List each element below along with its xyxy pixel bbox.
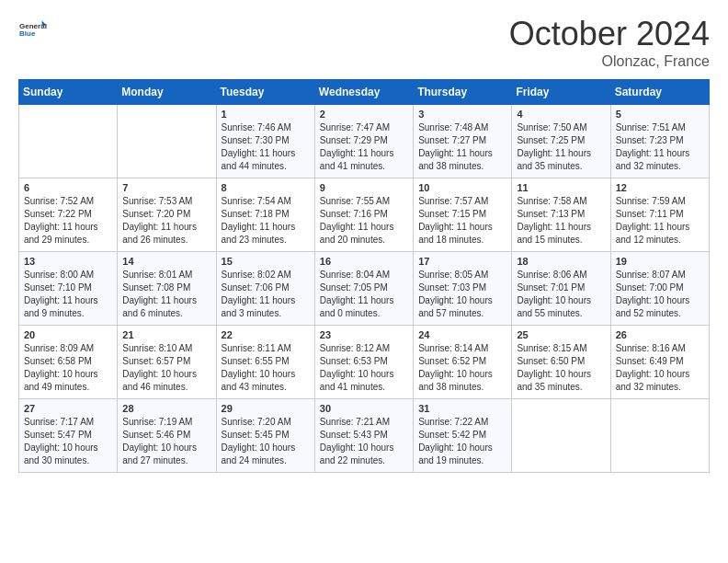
calendar-day-cell: 26Sunrise: 8:16 AM Sunset: 6:49 PM Dayli… xyxy=(610,326,709,399)
logo-svg: General Blue xyxy=(18,15,48,44)
calendar-week-row: 20Sunrise: 8:09 AM Sunset: 6:58 PM Dayli… xyxy=(19,326,710,399)
calendar-day-cell: 20Sunrise: 8:09 AM Sunset: 6:58 PM Dayli… xyxy=(19,326,118,399)
day-number: 6 xyxy=(24,182,112,193)
day-info: Sunrise: 8:05 AM Sunset: 7:03 PM Dayligh… xyxy=(418,269,506,320)
calendar-day-cell: 21Sunrise: 8:10 AM Sunset: 6:57 PM Dayli… xyxy=(118,326,216,399)
day-info: Sunrise: 7:57 AM Sunset: 7:15 PM Dayligh… xyxy=(418,195,506,247)
calendar-day-cell: 14Sunrise: 8:01 AM Sunset: 7:08 PM Dayli… xyxy=(118,252,216,326)
weekday-header: Sunday xyxy=(19,80,118,105)
day-info: Sunrise: 8:06 AM Sunset: 7:01 PM Dayligh… xyxy=(517,269,605,320)
day-info: Sunrise: 8:14 AM Sunset: 6:52 PM Dayligh… xyxy=(418,342,506,394)
day-info: Sunrise: 7:20 AM Sunset: 5:45 PM Dayligh… xyxy=(222,416,310,467)
calendar-day-cell: 1Sunrise: 7:46 AM Sunset: 7:30 PM Daylig… xyxy=(216,105,314,178)
day-number: 24 xyxy=(418,329,506,340)
day-number: 4 xyxy=(517,109,605,120)
day-info: Sunrise: 8:16 AM Sunset: 6:49 PM Dayligh… xyxy=(616,342,704,394)
day-number: 25 xyxy=(517,329,605,340)
svg-text:Blue: Blue xyxy=(19,29,36,38)
day-number: 22 xyxy=(222,329,310,340)
day-info: Sunrise: 8:09 AM Sunset: 6:58 PM Dayligh… xyxy=(24,342,112,394)
calendar-table: SundayMondayTuesdayWednesdayThursdayFrid… xyxy=(18,79,710,473)
calendar-day-cell: 19Sunrise: 8:07 AM Sunset: 7:00 PM Dayli… xyxy=(610,252,709,326)
calendar-day-cell: 6Sunrise: 7:52 AM Sunset: 7:22 PM Daylig… xyxy=(19,178,118,252)
day-number: 2 xyxy=(320,109,408,120)
day-info: Sunrise: 7:21 AM Sunset: 5:43 PM Dayligh… xyxy=(320,416,408,467)
weekday-header: Friday xyxy=(512,80,610,105)
day-info: Sunrise: 8:11 AM Sunset: 6:55 PM Dayligh… xyxy=(222,342,310,394)
day-number: 31 xyxy=(418,403,506,414)
location: Olonzac, France xyxy=(509,53,710,70)
calendar-day-cell: 10Sunrise: 7:57 AM Sunset: 7:15 PM Dayli… xyxy=(414,178,512,252)
calendar-day-cell xyxy=(512,399,610,473)
day-info: Sunrise: 8:04 AM Sunset: 7:05 PM Dayligh… xyxy=(320,269,408,320)
day-number: 10 xyxy=(418,182,506,193)
day-number: 30 xyxy=(320,403,408,414)
day-info: Sunrise: 8:02 AM Sunset: 7:06 PM Dayligh… xyxy=(222,269,310,320)
day-info: Sunrise: 7:48 AM Sunset: 7:27 PM Dayligh… xyxy=(418,121,506,173)
calendar-week-row: 27Sunrise: 7:17 AM Sunset: 5:47 PM Dayli… xyxy=(19,399,710,473)
calendar-day-cell xyxy=(118,105,216,178)
calendar-day-cell: 7Sunrise: 7:53 AM Sunset: 7:20 PM Daylig… xyxy=(118,178,216,252)
calendar-day-cell: 9Sunrise: 7:55 AM Sunset: 7:16 PM Daylig… xyxy=(314,178,413,252)
day-number: 15 xyxy=(222,256,310,267)
day-info: Sunrise: 7:54 AM Sunset: 7:18 PM Dayligh… xyxy=(222,195,310,247)
day-number: 7 xyxy=(122,182,210,193)
day-info: Sunrise: 7:53 AM Sunset: 7:20 PM Dayligh… xyxy=(122,195,210,247)
day-info: Sunrise: 7:17 AM Sunset: 5:47 PM Dayligh… xyxy=(24,416,112,467)
header: General Blue October 2024 Olonzac, Franc… xyxy=(18,15,710,70)
calendar-day-cell: 18Sunrise: 8:06 AM Sunset: 7:01 PM Dayli… xyxy=(512,252,610,326)
day-number: 21 xyxy=(122,329,210,340)
calendar-day-cell: 13Sunrise: 8:00 AM Sunset: 7:10 PM Dayli… xyxy=(19,252,118,326)
day-info: Sunrise: 8:07 AM Sunset: 7:00 PM Dayligh… xyxy=(616,269,704,320)
calendar-week-row: 6Sunrise: 7:52 AM Sunset: 7:22 PM Daylig… xyxy=(19,178,710,252)
day-info: Sunrise: 7:22 AM Sunset: 5:42 PM Dayligh… xyxy=(418,416,506,467)
day-number: 3 xyxy=(418,109,506,120)
calendar-day-cell: 11Sunrise: 7:58 AM Sunset: 7:13 PM Dayli… xyxy=(512,178,610,252)
day-info: Sunrise: 8:01 AM Sunset: 7:08 PM Dayligh… xyxy=(122,269,210,320)
calendar-day-cell: 12Sunrise: 7:59 AM Sunset: 7:11 PM Dayli… xyxy=(610,178,709,252)
day-info: Sunrise: 8:10 AM Sunset: 6:57 PM Dayligh… xyxy=(122,342,210,394)
day-number: 29 xyxy=(222,403,310,414)
day-number: 16 xyxy=(320,256,408,267)
calendar-day-cell: 16Sunrise: 8:04 AM Sunset: 7:05 PM Dayli… xyxy=(314,252,413,326)
day-number: 19 xyxy=(616,256,704,267)
calendar-day-cell xyxy=(610,399,709,473)
day-number: 23 xyxy=(320,329,408,340)
day-number: 8 xyxy=(222,182,310,193)
calendar-day-cell: 22Sunrise: 8:11 AM Sunset: 6:55 PM Dayli… xyxy=(216,326,314,399)
calendar-day-cell: 15Sunrise: 8:02 AM Sunset: 7:06 PM Dayli… xyxy=(216,252,314,326)
day-number: 17 xyxy=(418,256,506,267)
day-number: 5 xyxy=(616,109,704,120)
day-info: Sunrise: 7:52 AM Sunset: 7:22 PM Dayligh… xyxy=(24,195,112,247)
calendar-header: SundayMondayTuesdayWednesdayThursdayFrid… xyxy=(19,80,710,105)
day-number: 14 xyxy=(122,256,210,267)
weekday-header: Monday xyxy=(118,80,216,105)
calendar-day-cell: 4Sunrise: 7:50 AM Sunset: 7:25 PM Daylig… xyxy=(512,105,610,178)
calendar-day-cell: 24Sunrise: 8:14 AM Sunset: 6:52 PM Dayli… xyxy=(414,326,512,399)
calendar-day-cell: 29Sunrise: 7:20 AM Sunset: 5:45 PM Dayli… xyxy=(216,399,314,473)
weekday-header: Wednesday xyxy=(314,80,413,105)
calendar-day-cell: 31Sunrise: 7:22 AM Sunset: 5:42 PM Dayli… xyxy=(414,399,512,473)
day-number: 28 xyxy=(122,403,210,414)
day-number: 9 xyxy=(320,182,408,193)
day-info: Sunrise: 7:55 AM Sunset: 7:16 PM Dayligh… xyxy=(320,195,408,247)
calendar-day-cell: 2Sunrise: 7:47 AM Sunset: 7:29 PM Daylig… xyxy=(314,105,413,178)
day-number: 18 xyxy=(517,256,605,267)
calendar-day-cell: 23Sunrise: 8:12 AM Sunset: 6:53 PM Dayli… xyxy=(314,326,413,399)
calendar-week-row: 1Sunrise: 7:46 AM Sunset: 7:30 PM Daylig… xyxy=(19,105,710,178)
day-info: Sunrise: 8:12 AM Sunset: 6:53 PM Dayligh… xyxy=(320,342,408,394)
calendar-day-cell: 3Sunrise: 7:48 AM Sunset: 7:27 PM Daylig… xyxy=(414,105,512,178)
weekday-header: Tuesday xyxy=(216,80,314,105)
title-block: October 2024 Olonzac, France xyxy=(509,15,710,70)
day-info: Sunrise: 7:47 AM Sunset: 7:29 PM Dayligh… xyxy=(320,121,408,173)
day-number: 27 xyxy=(24,403,112,414)
weekday-header: Saturday xyxy=(610,80,709,105)
day-info: Sunrise: 8:15 AM Sunset: 6:50 PM Dayligh… xyxy=(517,342,605,394)
day-number: 1 xyxy=(222,109,310,120)
calendar-day-cell xyxy=(19,105,118,178)
day-info: Sunrise: 7:19 AM Sunset: 5:46 PM Dayligh… xyxy=(122,416,210,467)
logo: General Blue xyxy=(18,15,48,44)
calendar-day-cell: 17Sunrise: 8:05 AM Sunset: 7:03 PM Dayli… xyxy=(414,252,512,326)
day-info: Sunrise: 7:59 AM Sunset: 7:11 PM Dayligh… xyxy=(616,195,704,247)
day-info: Sunrise: 8:00 AM Sunset: 7:10 PM Dayligh… xyxy=(24,269,112,320)
